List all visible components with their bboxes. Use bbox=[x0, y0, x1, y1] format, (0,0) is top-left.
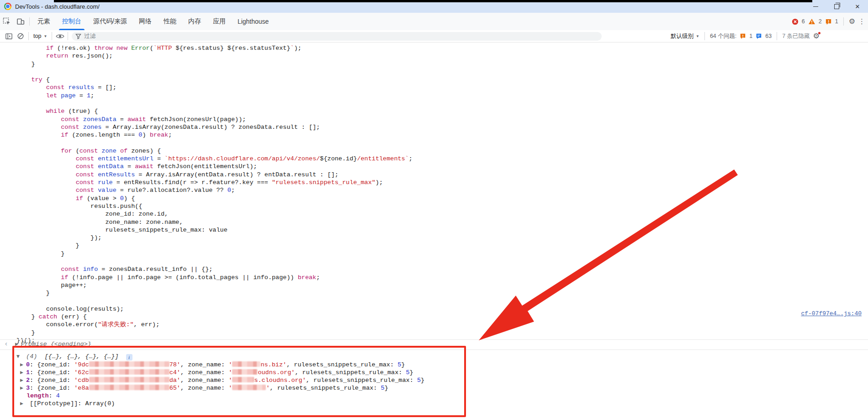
promise-result-row[interactable]: ▶ Promise {<pending>} bbox=[0, 339, 868, 348]
clear-icon bbox=[17, 32, 24, 40]
console-settings-gear-icon[interactable]: ⚙ bbox=[813, 32, 820, 40]
live-expression-button[interactable] bbox=[54, 31, 66, 42]
chevron-down-icon: ▼ bbox=[43, 34, 47, 38]
divider bbox=[29, 17, 30, 26]
code-line bbox=[16, 100, 413, 107]
redacted-zone-id bbox=[89, 361, 169, 367]
divider bbox=[28, 32, 29, 40]
redacted-zone-name bbox=[232, 361, 260, 367]
info-icon[interactable]: i bbox=[126, 354, 132, 360]
window-title: DevTools - dash.cloudflare.com/ bbox=[15, 3, 100, 10]
source-location-link[interactable]: cf-07f97e4….js:40 bbox=[801, 310, 862, 317]
code-line bbox=[16, 297, 413, 305]
tab-网络[interactable]: 网络 bbox=[133, 13, 158, 30]
array-count: (4) bbox=[26, 353, 37, 360]
background-page-strip bbox=[54, 0, 812, 2]
inspect-element-button[interactable] bbox=[0, 15, 14, 28]
settings-gear-icon[interactable]: ⚙ bbox=[849, 18, 855, 25]
code-line: page++; bbox=[16, 281, 413, 289]
code-line: console.log(results); bbox=[16, 305, 413, 313]
prototype-row[interactable]: ▶ [[Prototype]]: Array(0) bbox=[16, 400, 868, 407]
devtools-tab-bar: 元素控制台源代码/来源网络性能内存应用Lighthouse 6 2 1 ⚙ ⋮ bbox=[0, 13, 868, 31]
prototype-value: Array(0) bbox=[85, 400, 115, 407]
log-level-selector[interactable]: 默认级别 ▼ bbox=[671, 32, 699, 40]
funnel-icon bbox=[75, 33, 81, 39]
eye-icon bbox=[56, 33, 64, 39]
chrome-logo-icon bbox=[4, 3, 11, 10]
expand-triangle-icon[interactable]: ▶ bbox=[20, 378, 23, 382]
issue-info-icon bbox=[756, 33, 762, 39]
error-icon[interactable] bbox=[792, 18, 799, 25]
array-item-row[interactable]: ▶2: {zone_id: 'cdbda', zone_name: 's.clo… bbox=[16, 376, 868, 384]
more-options-icon[interactable]: ⋮ bbox=[858, 18, 865, 25]
tab-bar-right: 6 2 1 ⚙ ⋮ bbox=[792, 13, 865, 30]
code-line bbox=[16, 68, 413, 76]
context-selector-label: top bbox=[33, 33, 41, 39]
array-rows: ▶0: {zone_id: '9dc78', zone_name: 'ns.bi… bbox=[16, 361, 868, 392]
tab-内存[interactable]: 内存 bbox=[182, 13, 207, 30]
length-value: 4 bbox=[56, 392, 60, 399]
device-toolbar-icon bbox=[16, 17, 25, 26]
array-result-entry: ▼ (4) [{…}, {…}, {…}, {…}] i ▶0: {zone_i… bbox=[0, 349, 868, 407]
context-selector[interactable]: top ▼ bbox=[31, 33, 50, 39]
expand-triangle-icon[interactable]: ▶ bbox=[20, 386, 23, 390]
close-icon: ✕ bbox=[855, 4, 860, 10]
device-toolbar-button[interactable] bbox=[14, 15, 27, 28]
redacted-zone-id bbox=[89, 377, 169, 382]
array-item-row[interactable]: ▶0: {zone_id: '9dc78', zone_name: 'ns.bi… bbox=[16, 361, 868, 369]
expand-triangle-icon[interactable]: ▶ bbox=[20, 370, 23, 375]
redacted-zone-name bbox=[232, 385, 266, 390]
issue-info-count: 63 bbox=[765, 33, 772, 39]
devtools-window: DevTools - dash.cloudflare.com/ ✕ 元素控制台源… bbox=[0, 0, 868, 418]
code-line bbox=[16, 139, 413, 147]
issues-label[interactable]: 64 个问题: bbox=[710, 32, 736, 40]
console-sidebar-button[interactable] bbox=[3, 31, 15, 42]
array-item-row[interactable]: ▶3: {zone_id: 'e8a65', zone_name: '', ru… bbox=[16, 384, 868, 392]
code-line: } bbox=[16, 289, 413, 297]
redacted-zone-name bbox=[232, 369, 258, 375]
divider bbox=[68, 32, 68, 40]
code-line: zone_id: zone.id, bbox=[16, 210, 413, 218]
array-header[interactable]: ▼ (4) [{…}, {…}, {…}, {…}] i bbox=[16, 352, 868, 361]
tab-控制台[interactable]: 控制台 bbox=[56, 13, 87, 30]
code-line: const rule = entResults.find(r => r.feat… bbox=[16, 179, 413, 186]
redacted-zone-name bbox=[232, 377, 254, 382]
warning-count: 2 bbox=[819, 18, 822, 25]
filter-input[interactable]: 过滤 bbox=[72, 32, 602, 41]
code-line: const results = []; bbox=[16, 84, 413, 91]
expand-triangle-icon[interactable]: ▶ bbox=[15, 342, 18, 346]
code-line: const entResults = Array.isArray(entData… bbox=[16, 171, 413, 179]
warning-icon[interactable] bbox=[808, 18, 815, 25]
close-button[interactable]: ✕ bbox=[847, 0, 868, 13]
hidden-messages-label[interactable]: 7 条已隐藏 bbox=[782, 32, 810, 40]
code-line: if (!info.page || info.page >= (info.tot… bbox=[16, 274, 413, 281]
code-line: if (!res.ok) throw new Error(`HTTP ${res… bbox=[16, 44, 413, 52]
collapse-triangle-icon[interactable]: ▼ bbox=[16, 354, 20, 359]
tab-应用[interactable]: 应用 bbox=[207, 13, 232, 30]
console-toolbar: top ▼ 过滤 默认级别 ▼ 64 个问题: 1 63 7 条已隐藏 ⚙ bbox=[0, 30, 868, 42]
array-item-row[interactable]: ▶1: {zone_id: '62cc4', zone_name: 'oudns… bbox=[16, 369, 868, 376]
code-line: if (zones.length === 0) break; bbox=[16, 131, 413, 139]
clear-console-button[interactable] bbox=[15, 31, 26, 42]
window-controls: ✕ bbox=[805, 0, 868, 13]
tab-源代码/来源[interactable]: 源代码/来源 bbox=[87, 13, 133, 30]
code-line: for (const zone of zones) { bbox=[16, 147, 413, 155]
tab-性能[interactable]: 性能 bbox=[158, 13, 182, 30]
code-line: if (value > 0) { bbox=[16, 195, 413, 202]
code-line: let page = 1; bbox=[16, 92, 413, 100]
restore-button[interactable] bbox=[826, 0, 847, 13]
minimize-icon bbox=[813, 6, 818, 7]
code-line: const info = zonesData.result_info || {}… bbox=[16, 265, 413, 273]
divider bbox=[52, 32, 52, 40]
issue-icon[interactable] bbox=[825, 18, 832, 25]
redacted-zone-id bbox=[89, 369, 169, 375]
filter-placeholder: 过滤 bbox=[84, 32, 95, 40]
code-line: zone_name: zone.name, bbox=[16, 218, 413, 226]
code-line: const zones = Array.isArray(zonesData.re… bbox=[16, 123, 413, 131]
expand-triangle-icon[interactable]: ▶ bbox=[20, 401, 23, 406]
tab-元素[interactable]: 元素 bbox=[32, 13, 56, 30]
code-line: try { bbox=[16, 76, 413, 84]
tab-Lighthouse[interactable]: Lighthouse bbox=[232, 13, 275, 30]
collapse-chevron-icon[interactable]: ‹ bbox=[4, 340, 8, 348]
expand-triangle-icon[interactable]: ▶ bbox=[20, 362, 23, 367]
